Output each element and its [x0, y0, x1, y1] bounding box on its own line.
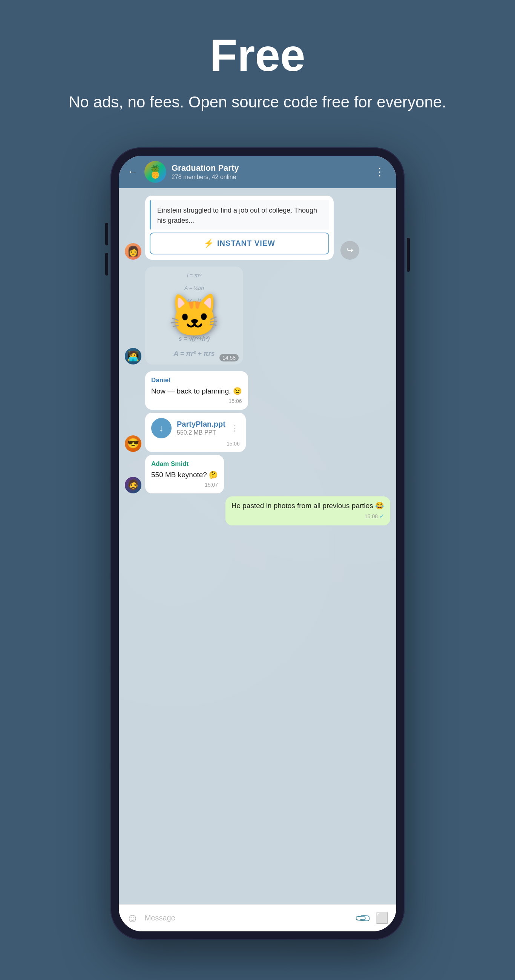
message-placeholder: Message: [145, 914, 175, 922]
sticker-time: 14:58: [219, 354, 239, 361]
download-icon: ↓: [159, 423, 164, 433]
attach-button[interactable]: 📎: [354, 909, 372, 927]
file-bubble: ↓ PartyPlan.ppt 550.2 MB PPT ⋮ 15:06: [145, 413, 246, 452]
own-message-time: 15:08 ✓: [231, 512, 384, 520]
chat-body: 👩 Einstein struggled to find a job out o…: [119, 188, 396, 904]
message-row: 😎 ↓ PartyPlan.ppt 550.2 MB PPT ⋮: [125, 413, 390, 452]
file-info: PartyPlan.ppt 550.2 MB PPT: [177, 420, 225, 436]
article-bubble: Einstein struggled to find a job out of …: [145, 196, 334, 260]
hero-section: Free No ads, no fees. Open source code f…: [54, 0, 461, 136]
message-text: Now — back to planning. 😉: [151, 387, 242, 396]
sticker-bubble: l = πr² A = ½bh V = l³ P = 2πr A = πr² s…: [145, 266, 243, 364]
chat-info: Graduation Party 278 members, 42 online: [172, 163, 366, 181]
message-bubble: Daniel Now — back to planning. 😉 15:06: [145, 371, 248, 410]
own-message-row: He pasted in photos from all previous pa…: [125, 496, 390, 525]
chat-header: ← 🍍 Graduation Party 278 members, 42 onl…: [119, 156, 396, 188]
message-time: 15:06: [151, 398, 242, 405]
group-name: Graduation Party: [172, 163, 366, 173]
file-menu-button[interactable]: ⋮: [231, 423, 240, 433]
own-message-bubble: He pasted in photos from all previous pa…: [225, 496, 390, 525]
sticker-row: 🧑‍💻 l = πr² A = ½bh V = l³ P = 2πr A = π…: [125, 263, 390, 368]
input-bar: ☺ Message 📎 ⬜: [119, 904, 396, 931]
own-message-text: He pasted in photos from all previous pa…: [231, 501, 384, 511]
phone-outer: ← 🍍 Graduation Party 278 members, 42 onl…: [110, 147, 405, 940]
group-avatar: 🍍: [144, 161, 166, 183]
avatar: 👩: [125, 243, 141, 260]
instant-view-button[interactable]: ⚡ INSTANT VIEW: [150, 232, 329, 255]
phone-screen: ← 🍍 Graduation Party 278 members, 42 onl…: [119, 156, 396, 931]
share-button[interactable]: ↪: [340, 241, 359, 260]
attach-icon: 📎: [354, 909, 372, 927]
download-button[interactable]: ↓: [151, 418, 172, 438]
message-row: 🧔 Adam Smidt 550 MB keynote? 🤔 15:07: [125, 455, 390, 493]
hero-subtitle: No ads, no fees. Open source code free f…: [69, 91, 446, 113]
camera-button[interactable]: ⬜: [376, 912, 389, 924]
message-text: 550 MB keynote? 🤔: [151, 470, 218, 480]
file-row: ↓ PartyPlan.ppt 550.2 MB PPT ⋮: [151, 418, 240, 438]
file-name: PartyPlan.ppt: [177, 420, 225, 429]
share-icon: ↪: [346, 245, 353, 255]
message-row: Daniel Now — back to planning. 😉 15:06: [125, 371, 390, 410]
header-menu-button[interactable]: ⋮: [372, 164, 389, 180]
volume-up-button: [105, 223, 108, 245]
read-checkmark: ✓: [379, 512, 384, 520]
cat-sticker: 🐱: [169, 295, 220, 336]
camera-icon: ⬜: [376, 912, 389, 924]
article-text: Einstein struggled to find a job out of …: [150, 200, 329, 229]
message-row: 👩 Einstein struggled to find a job out o…: [125, 196, 390, 260]
avatar: 🧔: [125, 477, 141, 493]
message-time: 15:07: [151, 481, 218, 489]
phone-mockup: ← 🍍 Graduation Party 278 members, 42 onl…: [110, 147, 405, 940]
avatar-emoji: 🍍: [148, 165, 163, 179]
power-button: [407, 238, 410, 272]
hero-title: Free: [69, 30, 446, 80]
emoji-icon: ☺: [126, 911, 139, 924]
emoji-button[interactable]: ☺: [126, 911, 139, 925]
group-meta: 278 members, 42 online: [172, 174, 366, 181]
sender-name: Daniel: [151, 376, 242, 385]
back-button[interactable]: ←: [126, 164, 139, 179]
instant-view-label: INSTANT VIEW: [217, 239, 275, 248]
message-input[interactable]: Message: [145, 911, 350, 925]
avatar: 😎: [125, 435, 141, 452]
volume-down-button: [105, 253, 108, 275]
sender-name: Adam Smidt: [151, 460, 218, 469]
message-bubble: Adam Smidt 550 MB keynote? 🤔 15:07: [145, 455, 224, 493]
lightning-icon: ⚡: [204, 239, 214, 248]
file-size: 550.2 MB PPT: [177, 429, 225, 436]
avatar: 🧑‍💻: [125, 348, 141, 364]
file-time: 15:06: [151, 441, 240, 447]
